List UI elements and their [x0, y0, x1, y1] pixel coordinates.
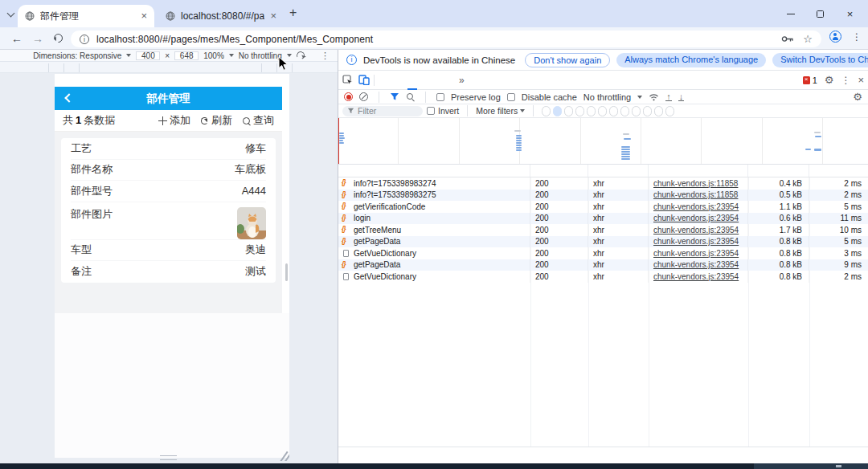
column-header[interactable] [649, 165, 748, 177]
resize-handle-horizontal[interactable] [160, 455, 177, 460]
resource-filter-pill[interactable] [598, 106, 607, 116]
request-row[interactable]: getPageData 200 xhr chunk-vendors.js:239… [338, 259, 868, 271]
clear-button[interactable] [359, 92, 368, 101]
filter-toggle-icon[interactable] [390, 92, 399, 101]
devtools-tab[interactable] [436, 71, 446, 90]
devtools-tab[interactable] [388, 71, 398, 90]
column-header[interactable] [530, 165, 588, 177]
initiator-link[interactable]: chunk-vendors.js:23954 [653, 202, 739, 211]
search-icon[interactable] [406, 92, 415, 101]
window-maximize-button[interactable] [805, 0, 835, 27]
device-height-input[interactable] [174, 51, 199, 60]
initiator-link[interactable]: chunk-vendors.js:23954 [653, 237, 739, 246]
devtools-tab[interactable] [417, 71, 427, 90]
dimensions-label[interactable]: Dimensions: Responsive [33, 51, 121, 60]
initiator-link[interactable]: chunk-vendors.js:23954 [653, 260, 739, 269]
tab-close-icon[interactable]: × [270, 11, 276, 21]
resource-filter-pill[interactable] [665, 106, 674, 116]
resource-filter-pill[interactable] [643, 106, 652, 116]
disable-cache-label[interactable]: Disable cache [522, 92, 577, 102]
password-key-icon[interactable] [781, 35, 794, 43]
devtools-tab[interactable] [407, 71, 417, 90]
devtools-tab[interactable] [446, 71, 456, 90]
action-button[interactable]: 查询 [241, 113, 274, 128]
reload-button[interactable] [52, 32, 65, 45]
devtools-tab[interactable] [379, 71, 388, 90]
initiator-link[interactable]: chunk-vendors.js:23954 [653, 226, 739, 234]
column-header[interactable] [809, 165, 868, 177]
devtools-close-button[interactable]: × [858, 74, 864, 86]
column-header[interactable] [338, 165, 530, 177]
resource-filter-pill[interactable] [553, 106, 562, 116]
more-tabs-icon[interactable]: » [456, 75, 468, 86]
profile-avatar[interactable] [829, 31, 841, 43]
resource-filter-pill[interactable] [632, 106, 641, 116]
device-width-input[interactable] [136, 51, 160, 60]
preserve-log-label[interactable]: Preserve log [451, 92, 501, 102]
request-row[interactable]: GetVueDictionary 200 xhr chunk-vendors.j… [338, 247, 868, 259]
resource-filter-pill[interactable] [542, 106, 551, 116]
network-settings-gear-icon[interactable]: ⚙ [853, 91, 862, 103]
record-button[interactable] [344, 92, 353, 101]
settings-gear-icon[interactable]: ⚙ [825, 74, 834, 86]
initiator-link[interactable]: chunk-vendors.js:23954 [653, 249, 739, 258]
inspect-element-icon[interactable] [342, 75, 353, 85]
action-button[interactable]: 添加 [158, 113, 190, 128]
resize-handle-corner[interactable] [279, 451, 289, 461]
request-row[interactable]: getTreeMenu 200 xhr chunk-vendors.js:239… [338, 224, 868, 236]
network-overview[interactable] [338, 118, 868, 165]
tab-search-chevron-icon[interactable] [7, 10, 15, 18]
export-har-icon[interactable]: ↓ [678, 93, 685, 101]
import-har-icon[interactable]: ↑ [665, 93, 672, 101]
initiator-link[interactable]: chunk-vendors.js:11858 [653, 190, 738, 199]
preserve-log-checkbox[interactable] [436, 93, 444, 101]
network-conditions-icon[interactable] [649, 93, 659, 101]
resource-filter-pill[interactable] [564, 106, 573, 116]
throttling-select[interactable]: No throttling [239, 51, 282, 60]
url-bar[interactable]: i localhost:8080/#/pages/mes/Mes_Compone… [71, 31, 821, 47]
window-close-button[interactable]: × [835, 0, 865, 27]
site-info-icon[interactable]: i [80, 35, 89, 44]
devtools-tab[interactable] [398, 71, 407, 90]
column-header[interactable] [588, 165, 649, 177]
forward-button[interactable]: → [32, 32, 43, 45]
url-text[interactable]: localhost:8080/#/pages/mes/Mes_Component… [96, 34, 373, 45]
more-filters-button[interactable]: More filters [476, 106, 525, 116]
request-row[interactable]: info?t=1753398983274 200 xhr chunk-vendo… [338, 177, 868, 190]
devtools-menu-button[interactable]: ⋮ [841, 75, 850, 86]
resource-filter-pill[interactable] [575, 106, 584, 116]
column-header[interactable] [748, 165, 809, 177]
browser-tab-inactive[interactable]: localhost:8080/#/pages/men × [161, 5, 281, 27]
window-minimize-button[interactable] [776, 0, 805, 27]
resource-filter-pill[interactable] [620, 106, 629, 116]
network-throttling-select[interactable]: No throttling [583, 92, 631, 102]
request-row[interactable]: GetVueDictionary 200 xhr chunk-vendors.j… [338, 271, 868, 283]
invert-checkbox[interactable] [427, 107, 435, 115]
zoom-select[interactable]: 100% [203, 51, 224, 60]
filter-input[interactable]: Filter [342, 106, 423, 116]
initiator-link[interactable]: chunk-vendors.js:11858 [653, 179, 738, 188]
error-badge[interactable]: 1 [803, 75, 817, 85]
resource-filter-pill[interactable] [587, 106, 596, 116]
initiator-link[interactable]: chunk-vendors.js:23954 [653, 272, 739, 281]
resource-filter-pill[interactable] [654, 106, 663, 116]
request-row[interactable]: info?t=1753398983275 200 xhr chunk-vendo… [338, 190, 868, 202]
request-row[interactable]: getVierificationCode 200 xhr chunk-vendo… [338, 201, 868, 213]
devtools-tab[interactable] [427, 71, 436, 90]
device-toolbar-toggle-icon[interactable] [358, 75, 370, 85]
invert-label[interactable]: Invert [438, 106, 459, 116]
new-tab-button[interactable]: + [289, 6, 297, 20]
browser-menu-button[interactable]: ⋮ [852, 31, 862, 43]
back-button[interactable]: ← [11, 32, 23, 45]
bookmark-star-icon[interactable]: ☆ [803, 33, 813, 45]
disable-cache-checkbox[interactable] [507, 93, 515, 101]
tab-close-icon[interactable]: × [141, 11, 147, 21]
page-scrollbar[interactable] [285, 263, 288, 281]
dont-show-again-button[interactable]: Don't show again [525, 53, 610, 67]
browser-tab-active[interactable]: 部件管理 × [18, 5, 154, 27]
request-row[interactable]: login 200 xhr chunk-vendors.js:23954 0.6… [338, 213, 868, 225]
switch-chinese-button[interactable]: Switch DevTools to Chinese [772, 53, 868, 67]
action-button[interactable]: 刷新 [199, 113, 232, 128]
initiator-link[interactable]: chunk-vendors.js:23954 [653, 214, 739, 222]
device-toolbar-menu-button[interactable]: ⋮ [321, 51, 330, 61]
